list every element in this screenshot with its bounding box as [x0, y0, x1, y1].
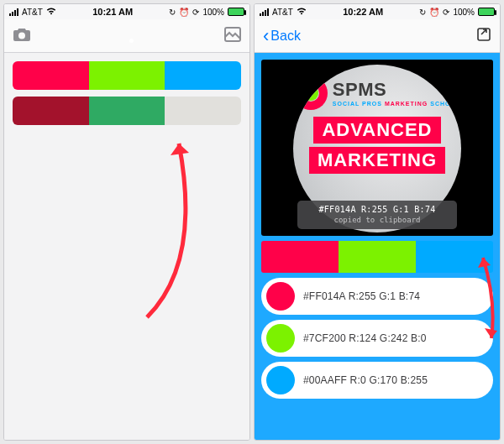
annotation-arrow-icon — [130, 137, 206, 321]
carrier-label: AT&T — [272, 8, 293, 17]
battery-icon — [478, 8, 495, 16]
back-button[interactable]: ‹ Back — [263, 27, 301, 45]
color-dot — [266, 282, 295, 311]
alarm-icon: ↻ — [169, 8, 176, 17]
wifi-icon — [297, 8, 307, 17]
camera-icon[interactable] — [13, 27, 31, 45]
banner-line: ADVANCED — [313, 117, 440, 144]
nav-bar: ‹ Back — [255, 19, 500, 53]
swatch[interactable] — [89, 61, 165, 90]
svg-rect-1 — [478, 29, 490, 40]
wifi-icon — [46, 8, 56, 17]
color-pill[interactable]: #7CF200 R:124 G:242 B:0 — [261, 320, 493, 357]
swatch[interactable] — [339, 241, 416, 273]
battery-percent: 100% — [453, 8, 475, 17]
clock: 10:21 AM — [92, 7, 133, 17]
swatch[interactable] — [13, 61, 89, 90]
swatch[interactable] — [165, 61, 241, 90]
nav-bar — [4, 19, 249, 53]
palette-detail: SPMS SOCIAL PROS MARKETING SCHOOL ADVANC… — [255, 53, 500, 440]
lock-rotation-icon: ⟳ — [443, 8, 449, 17]
signal-icon — [9, 8, 18, 16]
brand-tagline: SOCIAL PROS MARKETING SCHOOL — [333, 101, 460, 107]
carrier-label: AT&T — [22, 8, 43, 17]
color-dot — [266, 366, 295, 394]
chevron-left-icon: ‹ — [263, 27, 269, 45]
lock-rotation-icon: ⟳ — [192, 8, 199, 17]
color-pill[interactable]: #00AAFF R:0 G:170 B:255 — [261, 362, 493, 399]
phones-container: AT&T 10:21 AM ↻ ⏰ ⟳ 100% — [3, 3, 501, 441]
swatch[interactable] — [416, 241, 493, 273]
color-label: #7CF200 R:124 G:242 B:0 — [303, 332, 427, 344]
battery-percent: 100% — [202, 8, 224, 17]
toast-hex: #FF014A R:255 G:1 B:74 — [299, 205, 455, 214]
palette-row[interactable] — [13, 61, 241, 90]
hero-image[interactable]: SPMS SOCIAL PROS MARKETING SCHOOL ADVANC… — [261, 60, 493, 236]
color-label: #00AAFF R:0 G:170 B:255 — [303, 374, 428, 386]
color-label: #FF014A R:255 G:1 B:74 — [303, 290, 420, 302]
brand-logo: SPMS SOCIAL PROS MARKETING SCHOOL — [294, 76, 460, 110]
swatch[interactable] — [261, 241, 339, 273]
alarm-icon: ↻ — [419, 8, 426, 17]
gallery-icon[interactable] — [224, 27, 241, 45]
palette-row[interactable] — [13, 97, 241, 125]
swatch[interactable] — [13, 97, 89, 125]
battery-icon — [228, 8, 244, 16]
color-strip — [261, 241, 493, 273]
signal-icon — [260, 8, 269, 16]
alarm-clock-icon: ⏰ — [179, 8, 189, 17]
banner-line: MARKETING — [309, 147, 445, 174]
swatch[interactable] — [165, 97, 241, 125]
phone-right: AT&T 10:22 AM ↻ ⏰ ⟳ 100% ‹ Back — [254, 3, 501, 441]
status-bar: AT&T 10:22 AM ↻ ⏰ ⟳ 100% — [255, 4, 500, 19]
phone-left: AT&T 10:21 AM ↻ ⏰ ⟳ 100% — [3, 3, 250, 441]
share-icon[interactable] — [476, 27, 491, 45]
clock: 10:22 AM — [343, 7, 383, 17]
toast-message: copied to clipboard — [299, 216, 455, 224]
back-label: Back — [270, 29, 301, 44]
color-pill[interactable]: #FF014A R:255 G:1 B:74 — [261, 278, 493, 315]
brand-name: SPMS — [333, 81, 460, 99]
palette-list — [4, 53, 249, 440]
status-bar: AT&T 10:21 AM ↻ ⏰ ⟳ 100% — [4, 4, 249, 19]
color-dot — [266, 324, 295, 353]
copied-toast: #FF014A R:255 G:1 B:74 copied to clipboa… — [297, 201, 457, 229]
swatch[interactable] — [89, 97, 165, 125]
alarm-clock-icon: ⏰ — [429, 8, 439, 17]
logo-mark-icon — [294, 76, 328, 110]
